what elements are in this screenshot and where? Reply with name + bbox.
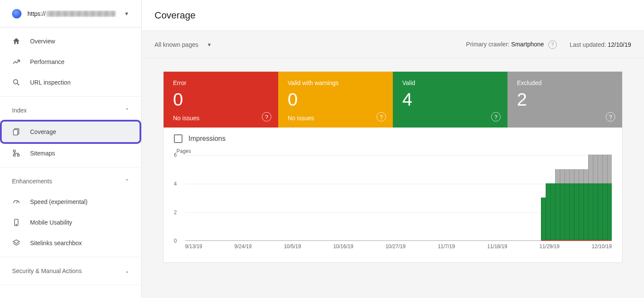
chevron-up-icon: ⌃ — [125, 178, 129, 184]
chart-bar-valid — [598, 183, 602, 240]
chart-bar-valid — [574, 183, 579, 240]
chart-bar-error — [598, 240, 602, 241]
chart-x-tick: 11/29/19 — [539, 243, 559, 249]
nav-enhancements-block: Enhancements ⌃ Speed (experimental) Mobi… — [0, 167, 141, 257]
gauge-icon — [12, 198, 21, 206]
chart-x-tick: 10/16/19 — [333, 243, 353, 249]
chart-x-tick: 9/13/19 — [185, 243, 202, 249]
home-icon — [12, 37, 21, 46]
chevron-down-icon: ⌄ — [125, 268, 129, 274]
chart-x-tick: 9/24/19 — [234, 243, 252, 249]
stat-value: 0 — [173, 89, 269, 110]
section-title: Security & Manual Actions — [12, 268, 82, 274]
stat-subtext: No issues — [288, 115, 383, 122]
sidebar-item-label: Sitemaps — [30, 150, 55, 157]
section-header-enhancements[interactable]: Enhancements ⌃ — [0, 171, 141, 192]
help-icon[interactable]: ? — [377, 112, 386, 122]
chevron-down-icon: ▼ — [207, 42, 212, 47]
chart-bar-error — [560, 240, 565, 241]
stat-valid[interactable]: Valid 4 ? — [393, 72, 507, 128]
chart-bar-error — [579, 240, 583, 241]
page-title: Coverage — [142, 0, 644, 31]
site-picker[interactable]: https:// ▼ — [0, 0, 141, 27]
chart-bar-valid — [593, 183, 598, 240]
help-icon[interactable]: ? — [491, 112, 501, 122]
chart-bar-error — [555, 240, 560, 241]
impressions-label: Impressions — [188, 135, 225, 143]
chart-bar-valid — [560, 183, 565, 240]
pages-filter-dropdown[interactable]: All known pages ▼ — [155, 41, 212, 48]
stat-excluded[interactable]: Excluded 2 ? — [507, 72, 622, 128]
sidebar-item-label: Speed (experimental) — [30, 198, 88, 205]
chart-bar-error — [550, 240, 555, 241]
checkbox-icon[interactable] — [174, 134, 182, 143]
chart-bar-error — [565, 240, 569, 241]
sidebar-item-coverage[interactable]: Coverage — [2, 122, 140, 142]
sidebar-item-mobile-usability[interactable]: Mobile Usability — [0, 212, 141, 233]
chart-bar-error — [574, 240, 579, 241]
chart-bar-error — [541, 240, 546, 241]
site-url-redacted — [46, 11, 115, 17]
chart-bar-valid — [583, 183, 588, 240]
sidebar-item-url-inspection[interactable]: URL inspection — [0, 72, 141, 93]
sidebar-item-speed[interactable]: Speed (experimental) — [0, 192, 141, 212]
chart-bar-error — [588, 240, 593, 241]
chart-x-tick: 12/10/19 — [592, 243, 612, 249]
chart-bar-error — [593, 240, 598, 241]
chart-bar-valid — [541, 198, 546, 240]
sidebar-item-label: URL inspection — [30, 79, 70, 86]
chart-bar-valid — [579, 183, 583, 240]
sidebar-item-sitelinks-searchbox[interactable]: Sitelinks searchbox — [0, 233, 141, 253]
sidebar-item-label: Sitelinks searchbox — [30, 240, 82, 246]
site-url-prefix: https:// — [27, 10, 46, 17]
chart-bar-valid — [565, 183, 569, 240]
main: Coverage All known pages ▼ Primary crawl… — [142, 0, 644, 298]
phone-icon — [12, 218, 21, 227]
svg-line-7 — [16, 201, 18, 203]
chevron-up-icon: ⌃ — [125, 107, 129, 113]
chart-bar-error — [602, 240, 607, 241]
chart-x-tick: 10/5/19 — [284, 243, 301, 249]
stat-error[interactable]: Error 0 No issues ? — [164, 72, 278, 128]
chart-bar-error — [607, 240, 612, 241]
primary-crawler-label: Primary crawler: — [466, 41, 510, 48]
chart-x-ticks: 9/13/199/24/1910/5/1910/16/1910/27/1911/… — [185, 241, 612, 249]
stat-title: Error — [173, 79, 269, 86]
stat-valid-with-warnings[interactable]: Valid with warnings 0 No issues ? — [278, 72, 393, 128]
last-updated-label: Last updated: — [570, 41, 606, 48]
filter-bar: All known pages ▼ Primary crawler: Smart… — [142, 31, 644, 58]
layers-icon — [12, 239, 21, 247]
coverage-card: Error 0 No issues ? Valid with warnings … — [163, 71, 623, 263]
chart-zone: Pages 0246 9/13/199/24/1910/5/1910/16/19… — [164, 146, 622, 262]
chart-y-tick: 2 — [174, 210, 177, 216]
chart-bar-error — [583, 240, 588, 241]
impressions-toggle[interactable]: Impressions — [164, 128, 622, 146]
nav-top-block: Overview Performance URL inspection — [0, 27, 141, 97]
stat-title: Valid — [402, 79, 498, 86]
help-icon[interactable]: ? — [606, 112, 615, 122]
help-icon[interactable]: ? — [548, 40, 557, 49]
section-header-security[interactable]: Security & Manual Actions ⌄ — [0, 261, 141, 281]
svg-rect-5 — [13, 155, 15, 156]
last-updated: Last updated: 12/10/19 — [570, 41, 631, 48]
chart-y-label: Pages — [176, 148, 612, 154]
nav-security-block: Security & Manual Actions ⌄ — [0, 257, 141, 285]
stat-title: Excluded — [517, 79, 613, 86]
sidebar-item-label: Coverage — [30, 128, 56, 135]
sidebar-item-sitemaps[interactable]: Sitemaps — [0, 143, 141, 164]
svg-rect-4 — [13, 150, 15, 152]
section-header-index[interactable]: Index ⌃ — [0, 100, 141, 121]
chart-x-tick: 11/7/19 — [438, 243, 455, 249]
coverage-chart[interactable]: 0246 9/13/199/24/1910/5/1910/16/1910/27/… — [185, 155, 612, 249]
chart-bar-valid — [555, 183, 560, 240]
stat-value: 2 — [517, 89, 613, 110]
chart-y-tick: 0 — [174, 238, 177, 244]
content: Error 0 No issues ? Valid with warnings … — [142, 58, 644, 298]
chart-bar-valid — [602, 183, 607, 240]
help-icon[interactable]: ? — [262, 112, 271, 122]
chart-bar-valid — [588, 183, 593, 240]
sidebar-item-performance[interactable]: Performance — [0, 52, 141, 72]
svg-point-0 — [13, 79, 18, 84]
sidebar: https:// ▼ Overview Performance URL insp… — [0, 0, 142, 298]
sidebar-item-overview[interactable]: Overview — [0, 31, 141, 52]
